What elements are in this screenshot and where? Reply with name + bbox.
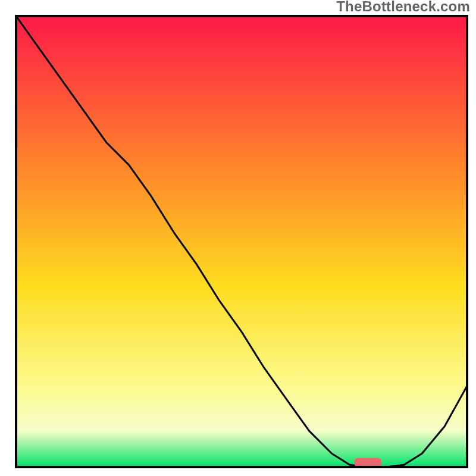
watermark-label: TheBottleneck.com [336,0,470,15]
optimal-region-marker [355,458,382,467]
chart-svg [0,0,476,476]
chart-frame: TheBottleneck.com [0,0,476,476]
gradient-background [16,16,467,467]
